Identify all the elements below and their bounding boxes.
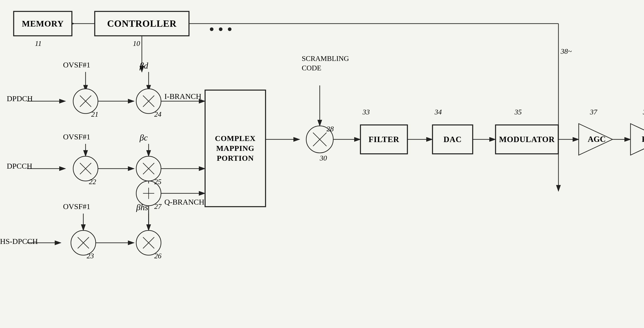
filter-box: FILTER xyxy=(360,125,408,154)
svg-line-26 xyxy=(80,163,91,174)
ref-10: 10 xyxy=(133,39,140,48)
svg-point-5 xyxy=(210,27,214,31)
ref-34: 34 xyxy=(434,108,442,116)
ref-26: 26 xyxy=(154,252,162,260)
ref-11: 11 xyxy=(35,39,42,48)
scrambling-code-label: SCRAMBLINGCODE xyxy=(302,54,349,73)
svg-line-55 xyxy=(313,133,326,146)
svg-line-19 xyxy=(143,96,154,107)
svg-point-13 xyxy=(73,89,98,114)
ref-39: 39 xyxy=(643,108,644,116)
ref-25: 25 xyxy=(154,177,162,186)
svg-line-15 xyxy=(80,96,91,107)
svg-point-40 xyxy=(136,230,161,255)
svg-point-35 xyxy=(71,230,96,255)
svg-line-41 xyxy=(143,237,154,248)
svg-line-31 xyxy=(143,163,154,174)
svg-point-24 xyxy=(73,156,98,181)
complex-mapping-box: COMPLEXMAPPINGPORTION xyxy=(205,90,266,207)
ref-28: 28 xyxy=(326,125,334,133)
ovsf-label-1: OVSF#1 xyxy=(63,61,90,69)
controller-box: CONTROLLER xyxy=(94,11,189,36)
svg-line-54 xyxy=(313,133,326,146)
svg-line-30 xyxy=(143,163,154,174)
ref-22: 22 xyxy=(89,177,96,186)
agc-label: AGC xyxy=(588,135,606,144)
beta-hs-label: βhs xyxy=(136,202,148,212)
dpcch-label: DPCCH xyxy=(7,162,32,170)
dac-box: DAC xyxy=(432,125,473,154)
ovsf-label-2: OVSF#1 xyxy=(63,133,90,141)
dpdch-label: DPDCH xyxy=(7,94,33,103)
svg-line-37 xyxy=(78,237,89,248)
ref-21: 21 xyxy=(91,110,98,119)
ref-37: 37 xyxy=(590,108,597,116)
svg-line-25 xyxy=(80,163,91,174)
ref-30: 30 xyxy=(320,154,327,162)
ref-23: 23 xyxy=(87,252,94,260)
modulator-box: MODULATOR xyxy=(496,125,558,154)
svg-point-7 xyxy=(228,27,232,31)
ref-35: 35 xyxy=(514,108,522,116)
ref-33: 33 xyxy=(362,108,370,116)
svg-point-18 xyxy=(136,89,161,114)
svg-point-6 xyxy=(219,27,222,31)
ref-24: 24 xyxy=(154,110,162,119)
beta-d-label: βd xyxy=(140,61,148,71)
pa-label: PA xyxy=(642,135,644,144)
svg-line-20 xyxy=(143,96,154,107)
q-branch-label: Q-BRANCH xyxy=(164,198,204,206)
ref-38: 38~ xyxy=(561,47,572,55)
i-branch-label: I-BRANCH xyxy=(164,92,201,101)
svg-line-42 xyxy=(143,237,154,248)
ovsf-label-3: OVSF#1 xyxy=(63,202,90,211)
hs-dpcch-label: HS-DPCCH xyxy=(0,237,38,246)
ref-27: 27 xyxy=(154,202,162,211)
svg-point-29 xyxy=(136,156,161,181)
svg-line-36 xyxy=(78,237,89,248)
memory-box: MEMORY xyxy=(14,11,72,36)
beta-c-label: βc xyxy=(140,133,148,143)
svg-line-14 xyxy=(80,96,91,107)
